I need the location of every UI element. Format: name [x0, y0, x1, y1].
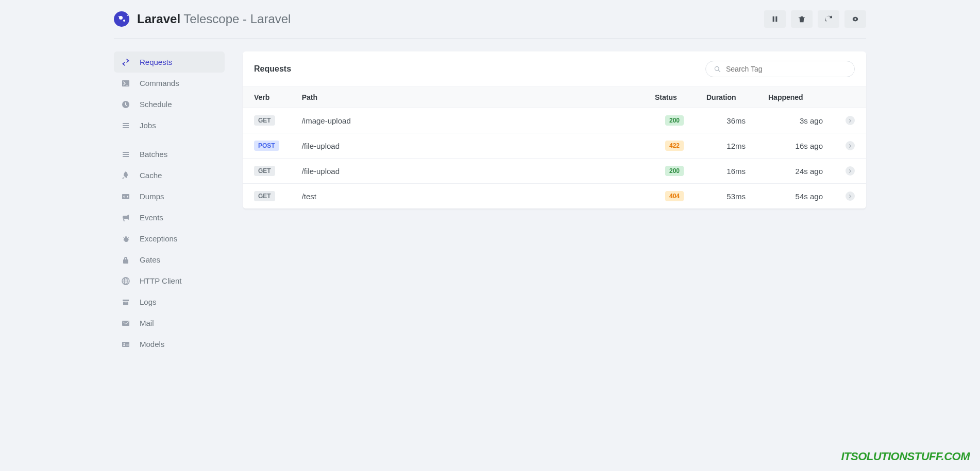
svg-rect-6 — [123, 127, 129, 128]
sidebar-item-label: Dumps — [140, 192, 164, 201]
pause-button[interactable] — [764, 10, 786, 28]
sidebar-item-commands[interactable]: Commands — [114, 73, 225, 94]
th-path: Path — [291, 87, 644, 108]
duration-cell: 12ms — [695, 133, 757, 159]
duration-cell: 16ms — [695, 159, 757, 184]
header: Laravel Telescope - Laravel — [114, 0, 866, 39]
sidebar: RequestsCommandsScheduleJobsBatchesCache… — [114, 51, 225, 355]
sidebar-item-label: Batches — [140, 150, 167, 159]
sidebar-item-requests[interactable]: Requests — [114, 51, 225, 73]
svg-rect-9 — [123, 156, 129, 157]
rocket-icon — [121, 171, 130, 180]
svg-rect-7 — [123, 152, 129, 153]
path-cell: /image-upload — [291, 108, 644, 133]
svg-rect-15 — [123, 302, 128, 305]
th-action — [834, 87, 866, 108]
path-cell: /file-upload — [291, 159, 644, 184]
sidebar-item-label: HTTP Client — [140, 276, 181, 285]
svg-rect-5 — [123, 125, 129, 126]
sidebar-item-label: Commands — [140, 79, 179, 88]
telescope-logo-icon — [114, 11, 129, 27]
svg-rect-17 — [122, 321, 129, 326]
page-title: Laravel Telescope - Laravel — [137, 12, 291, 26]
search-input[interactable] — [726, 65, 846, 73]
id-icon — [121, 340, 130, 348]
sidebar-item-schedule[interactable]: Schedule — [114, 94, 225, 115]
sidebar-item-jobs[interactable]: Jobs — [114, 115, 225, 136]
sidebar-item-label: Gates — [140, 255, 160, 264]
table-row: GET/test40453ms54s ago — [243, 184, 866, 209]
th-status: Status — [644, 87, 695, 108]
view-details-button[interactable] — [846, 191, 855, 201]
requests-panel: Requests Verb Path Status Duration Happe — [243, 51, 866, 208]
duration-cell: 53ms — [695, 184, 757, 209]
sidebar-item-label: Cache — [140, 171, 162, 180]
view-details-button[interactable] — [846, 116, 855, 125]
happened-cell: 54s ago — [757, 184, 834, 209]
svg-point-19 — [124, 343, 125, 344]
sidebar-item-events[interactable]: Events — [114, 207, 225, 228]
svg-rect-14 — [123, 300, 129, 301]
search-box[interactable] — [705, 61, 855, 77]
status-badge: 200 — [665, 166, 684, 176]
sidebar-item-cache[interactable]: Cache — [114, 165, 225, 186]
bullhorn-icon — [121, 214, 130, 222]
panel-title: Requests — [254, 64, 291, 74]
svg-rect-1 — [775, 16, 777, 22]
happened-cell: 16s ago — [757, 133, 834, 159]
sidebar-item-gates[interactable]: Gates — [114, 249, 225, 270]
table-row: POST/file-upload42212ms16s ago — [243, 133, 866, 159]
th-happened: Happened — [757, 87, 834, 108]
sidebar-item-mail[interactable]: Mail — [114, 312, 225, 334]
status-badge: 422 — [665, 141, 684, 151]
clock-icon — [121, 100, 130, 109]
view-details-button[interactable] — [846, 141, 855, 150]
verb-badge: GET — [254, 166, 275, 176]
sidebar-item-dumps[interactable]: Dumps — [114, 186, 225, 207]
terminal-icon — [121, 79, 130, 88]
verb-badge: GET — [254, 191, 275, 201]
stack-icon — [121, 121, 130, 130]
path-cell: /test — [291, 184, 644, 209]
requests-table: Verb Path Status Duration Happened GET/i… — [243, 86, 866, 208]
stack-icon — [121, 150, 130, 159]
search-icon — [714, 66, 721, 73]
svg-rect-8 — [123, 154, 129, 155]
sidebar-item-label: Requests — [140, 58, 172, 66]
sidebar-item-models[interactable]: Models — [114, 334, 225, 355]
sidebar-item-exceptions[interactable]: Exceptions — [114, 228, 225, 249]
refresh-button[interactable] — [818, 10, 839, 28]
table-row: GET/image-upload20036ms3s ago — [243, 108, 866, 133]
table-row: GET/file-upload20016ms24s ago — [243, 159, 866, 184]
happened-cell: 3s ago — [757, 108, 834, 133]
path-cell: /file-upload — [291, 133, 644, 159]
toggle-dark-mode-button[interactable] — [844, 10, 866, 28]
happened-cell: 24s ago — [757, 159, 834, 184]
status-badge: 200 — [665, 115, 684, 126]
sidebar-item-batches[interactable]: Batches — [114, 144, 225, 165]
bug-icon — [121, 235, 130, 243]
mail-icon — [121, 319, 130, 327]
sidebar-item-logs[interactable]: Logs — [114, 291, 225, 312]
sidebar-item-label: Jobs — [140, 121, 156, 130]
sidebar-item-http-client[interactable]: HTTP Client — [114, 270, 225, 291]
sidebar-item-label: Events — [140, 213, 163, 222]
verb-badge: POST — [254, 141, 279, 151]
svg-rect-11 — [123, 259, 128, 264]
lock-icon — [121, 256, 130, 264]
sidebar-item-label: Schedule — [140, 100, 172, 109]
header-actions — [764, 10, 866, 28]
globe-icon — [121, 277, 130, 285]
swap-icon — [121, 58, 130, 66]
clear-entries-button[interactable] — [791, 10, 813, 28]
duration-cell: 36ms — [695, 108, 757, 133]
sidebar-item-label: Mail — [140, 319, 154, 327]
sidebar-item-label: Exceptions — [140, 234, 177, 243]
status-badge: 404 — [665, 191, 684, 201]
verb-badge: GET — [254, 115, 275, 126]
code-icon — [121, 193, 130, 201]
svg-rect-4 — [123, 123, 129, 124]
view-details-button[interactable] — [846, 166, 855, 176]
th-verb: Verb — [243, 87, 291, 108]
svg-rect-0 — [773, 16, 774, 22]
